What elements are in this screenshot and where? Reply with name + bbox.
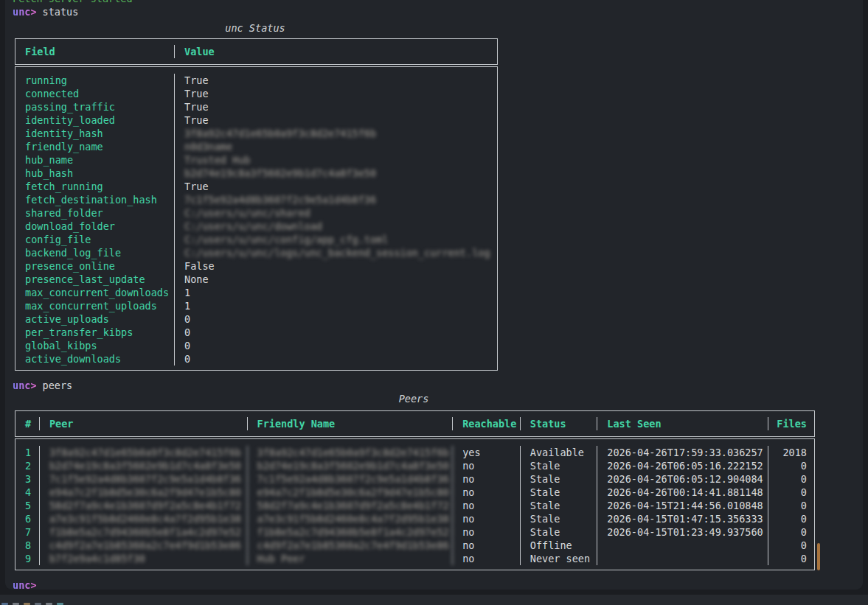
table-row: 37c1f5e92a4d8b3607f2c9e5a1d4b8f367c1f5e9… xyxy=(15,472,814,486)
cell-reachable: no xyxy=(453,486,521,499)
cell-value: True xyxy=(175,87,497,100)
cell-files: 0 xyxy=(768,472,814,486)
cell-files: 0 xyxy=(768,459,814,472)
prompt-line-status: unc>status xyxy=(13,5,863,18)
table-row: presence_onlineFalse xyxy=(15,259,497,273)
cell-field: max_concurrent_downloads xyxy=(15,286,175,299)
cell-files: 0 xyxy=(768,552,814,565)
cell-field: backend_log_file xyxy=(15,246,175,259)
cell-field: config_file xyxy=(15,233,175,246)
table-row: 7f1b8e5a2c7d94360b5e8f1a4c2d97e52f1b8e5a… xyxy=(15,525,814,539)
cell-status: Never seen xyxy=(521,552,598,565)
clipped-log-line-wrap: Fetch server started xyxy=(13,0,863,5)
table-row: identity_hash3f8a92c47d1e65b0a9f3c8d2e74… xyxy=(15,127,497,140)
cell-last_seen xyxy=(597,552,768,565)
cell-reachable: no xyxy=(453,499,521,512)
cell-friendly: f1b8e5a2c7d94360b5e8f1a4c2d97e52 xyxy=(248,525,454,539)
cell-reachable: no xyxy=(453,472,521,486)
cell-friendly: b2d74e19c8a3f5602e9b1d7c4a8f3e50 xyxy=(248,459,454,472)
cell-last_seen: 2026-04-26T06:05:16.222152 xyxy=(597,459,768,472)
prompt-label: unc> xyxy=(13,579,37,590)
table-row: fetch_runningTrue xyxy=(15,180,497,193)
cell-value: True xyxy=(175,74,497,87)
cell-last_seen: 2026-04-26T06:05:12.904084 xyxy=(597,472,768,486)
scrollbar-thumb[interactable] xyxy=(817,543,820,570)
cell-field: presence_last_update xyxy=(15,273,175,286)
cell-value: True xyxy=(175,180,497,193)
peers-table-title: Peers xyxy=(13,392,815,405)
cell-field: per_transfer_kibps xyxy=(15,326,175,339)
status-table-header: FieldValue xyxy=(15,38,498,65)
table-row: 9b7f2e9a4c1d85f30Hub PeernoNever seen0 xyxy=(15,552,814,565)
cell-field: hub_hash xyxy=(15,167,175,180)
cell-friendly: a7e3c91f5b8d2460e8c4a7f2d95b1e38 xyxy=(248,512,454,525)
cell-n: 2 xyxy=(15,459,40,472)
cell-status: Available xyxy=(521,446,598,459)
cell-reachable: no xyxy=(453,552,521,565)
column-header-n: # xyxy=(15,417,40,430)
peers-table: #PeerFriendly NameReachableStatusLast Se… xyxy=(15,410,815,570)
cell-reachable: yes xyxy=(453,446,521,459)
table-row: friendly_namen0d3name xyxy=(15,140,497,153)
peers-table-body: 13f8a92c47d1e65b0a9f3c8d2e7415f6b3f8a92c… xyxy=(15,438,815,570)
cell-value: 3f8a92c47d1e65b0a9f3c8d2e7415f6b xyxy=(175,127,497,140)
cell-value: 0 xyxy=(175,339,497,352)
prompt-line-peers: unc>peers xyxy=(13,379,863,392)
cell-friendly: e94a7c2f1b8d5e30c6a2f9d47e1b5c80 xyxy=(248,486,454,499)
cell-friendly: 7c1f5e92a4d8b3607f2c9e5a1d4b8f36 xyxy=(248,472,454,486)
cell-n: 7 xyxy=(15,525,40,539)
cell-reachable: no xyxy=(453,539,521,552)
status-table: FieldValue runningTrueconnectedTruepassi… xyxy=(15,38,498,371)
peers-table-header: #PeerFriendly NameReachableStatusLast Se… xyxy=(15,410,815,437)
command-text-status: status xyxy=(43,6,79,18)
table-row: 2b2d74e19c8a3f5602e9b1d7c4a8f3e50b2d74e1… xyxy=(15,459,814,472)
cell-reachable: no xyxy=(453,459,521,472)
table-row: backend_log_fileC:/users/u/unc/logs/unc_… xyxy=(15,246,497,259)
cell-friendly: Hub Peer xyxy=(248,552,454,565)
table-row: 13f8a92c47d1e65b0a9f3c8d2e7415f6b3f8a92c… xyxy=(15,446,814,459)
status-table-body: runningTrueconnectedTruepassing_trafficT… xyxy=(15,66,498,371)
column-header-reachable: Reachable xyxy=(453,417,521,430)
column-header-value: Value xyxy=(175,45,497,58)
cell-n: 6 xyxy=(15,512,40,525)
cell-field: connected xyxy=(15,87,175,100)
command-input-line[interactable]: unc> xyxy=(13,578,863,590)
cell-friendly: 58d2f7a9c4e1b3607d9f2a5c8e4b1f72 xyxy=(248,499,454,512)
table-row: config_fileC:/users/u/unc/config/app_cfg… xyxy=(15,233,497,246)
cell-field: hub_name xyxy=(15,153,175,167)
table-row: hub_nameTrusted Hub xyxy=(15,153,497,167)
cell-peer: f1b8e5a2c7d94360b5e8f1a4c2d97e52 xyxy=(40,525,248,539)
cell-last_seen: 2026-04-15T21:44:56.010848 xyxy=(597,499,768,512)
table-row: presence_last_updateNone xyxy=(15,273,497,286)
table-row: active_uploads0 xyxy=(15,312,497,326)
cell-reachable: no xyxy=(453,525,521,539)
cell-value: 1 xyxy=(175,286,497,299)
cell-friendly: 3f8a92c47d1e65b0a9f3c8d2e7415f6b xyxy=(248,446,454,459)
cell-value: b2d74e19c8a3f5602e9b1d7c4a8f3e50 xyxy=(175,167,497,180)
cell-value: True xyxy=(175,113,497,127)
table-row: fetch_destination_hash7c1f5e92a4d8b3607f… xyxy=(15,193,497,206)
table-row: max_concurrent_uploads1 xyxy=(15,299,497,312)
cell-n: 3 xyxy=(15,472,40,486)
cell-field: download_folder xyxy=(15,220,175,233)
table-row: active_downloads0 xyxy=(15,352,497,366)
cell-field: friendly_name xyxy=(15,140,175,153)
cell-peer: 3f8a92c47d1e65b0a9f3c8d2e7415f6b xyxy=(40,446,248,459)
cell-value: C:/users/u/unc/shared xyxy=(175,206,497,220)
cell-peer: b7f2e9a4c1d85f30 xyxy=(40,552,248,565)
table-row: global_kibps0 xyxy=(15,339,497,352)
table-row: 8c4d9f2a7e1b85360a2c7e4f9d1b53e86c4d9f2a… xyxy=(15,539,814,552)
cell-last_seen: 2026-04-15T01:47:15.356333 xyxy=(597,512,768,525)
cell-files: 0 xyxy=(768,539,814,552)
cell-status: Stale xyxy=(521,525,598,539)
cell-peer: a7e3c91f5b8d2460e8c4a7f2d95b1e38 xyxy=(40,512,248,525)
prompt-label: unc> xyxy=(13,380,37,391)
table-row: 4e94a7c2f1b8d5e30c6a2f9d47e1b5c80e94a7c2… xyxy=(15,486,814,499)
cell-value: C:/users/u/unc/download xyxy=(175,220,497,233)
cell-field: fetch_destination_hash xyxy=(15,193,175,206)
cell-files: 2018 xyxy=(768,446,814,459)
cell-peer: 7c1f5e92a4d8b3607f2c9e5a1d4b8f36 xyxy=(40,472,248,486)
cell-files: 0 xyxy=(768,486,814,499)
terminal-panel: Fetch server started unc>status unc Stat… xyxy=(5,0,863,590)
table-row: max_concurrent_downloads1 xyxy=(15,286,497,299)
